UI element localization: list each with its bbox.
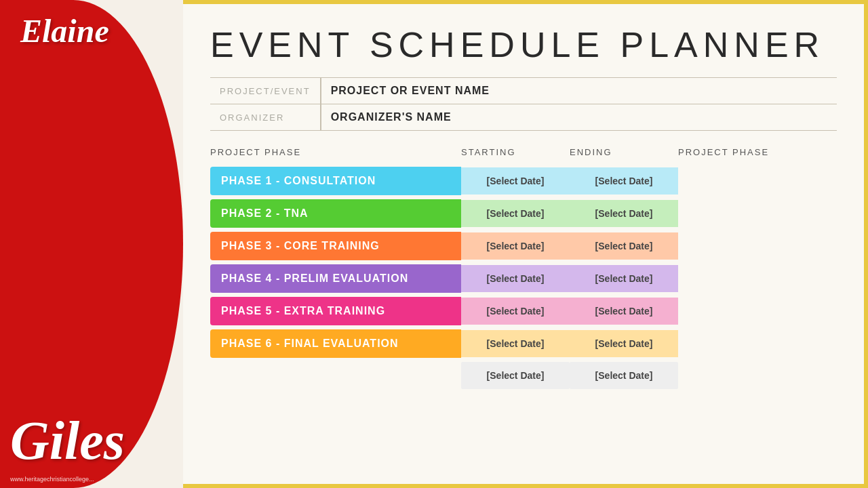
phase4-label: PHASE 4 - PRELIM EVALUATION [210, 264, 461, 293]
info-table: PROJECT/EVENT PROJECT OR EVENT NAME ORGA… [210, 77, 837, 131]
col-header-ending: ENDING [570, 147, 678, 161]
phase4-start[interactable]: [Select Date] [461, 265, 570, 292]
phase2-end[interactable]: [Select Date] [570, 200, 678, 227]
schedule-row: PHASE 4 - PRELIM EVALUATION [Select Date… [210, 264, 837, 293]
empty-phase [210, 367, 461, 384]
phase6-start[interactable]: [Select Date] [461, 330, 570, 357]
organizer-label: ORGANIZER [210, 104, 320, 131]
schedule-row: PHASE 5 - EXTRA TRAINING [Select Date] [… [210, 297, 837, 325]
sidebar-website: www.heritagechristiancollege... [10, 476, 94, 483]
page-title: EVENT SCHEDULE PLANNER [210, 24, 837, 65]
phase3-end[interactable]: [Select Date] [570, 232, 678, 260]
col-header-phase2: PROJECT PHASE [678, 147, 837, 161]
phase5-end[interactable]: [Select Date] [570, 298, 678, 325]
schedule-rows: PHASE 1 - CONSULTATION [Select Date] [Se… [210, 167, 837, 389]
col-header-starting: STARTING [461, 147, 570, 161]
empty-start[interactable]: [Select Date] [461, 362, 570, 389]
phase2-start[interactable]: [Select Date] [461, 200, 570, 227]
phase6-end[interactable]: [Select Date] [570, 330, 678, 357]
phase2-label: PHASE 2 - TNA [210, 199, 461, 228]
sidebar: Elaine Giles www.heritagechristiancolleg… [0, 0, 183, 488]
sidebar-name-bottom: Giles [10, 413, 125, 468]
schedule-row: PHASE 3 - CORE TRAINING [Select Date] [S… [210, 232, 837, 260]
organizer-value[interactable]: ORGANIZER'S NAME [321, 104, 701, 131]
phase5-start[interactable]: [Select Date] [461, 298, 570, 325]
phase1-label: PHASE 1 - CONSULTATION [210, 167, 461, 195]
phase4-end[interactable]: [Select Date] [570, 265, 678, 292]
main-content: EVENT SCHEDULE PLANNER PROJECT/EVENT PRO… [183, 0, 868, 488]
sidebar-name-top: Elaine [20, 14, 109, 49]
phase3-label: PHASE 3 - CORE TRAINING [210, 232, 461, 260]
schedule-row: PHASE 2 - TNA [Select Date] [Select Date… [210, 199, 837, 228]
phase3-start[interactable]: [Select Date] [461, 232, 570, 260]
schedule-header: PROJECT PHASE STARTING ENDING PROJECT PH… [210, 147, 837, 161]
col-header-phase: PROJECT PHASE [210, 147, 461, 161]
empty-end[interactable]: [Select Date] [570, 362, 678, 389]
project-label: PROJECT/EVENT [210, 78, 320, 104]
phase1-end[interactable]: [Select Date] [570, 167, 678, 195]
schedule-row: PHASE 6 - FINAL EVALUATION [Select Date]… [210, 329, 837, 358]
schedule-row-empty: [Select Date] [Select Date] [210, 362, 837, 389]
phase6-label: PHASE 6 - FINAL EVALUATION [210, 329, 461, 358]
phase1-start[interactable]: [Select Date] [461, 167, 570, 195]
phase5-label: PHASE 5 - EXTRA TRAINING [210, 297, 461, 325]
project-value[interactable]: PROJECT OR EVENT NAME [321, 78, 701, 104]
schedule-row: PHASE 1 - CONSULTATION [Select Date] [Se… [210, 167, 837, 195]
